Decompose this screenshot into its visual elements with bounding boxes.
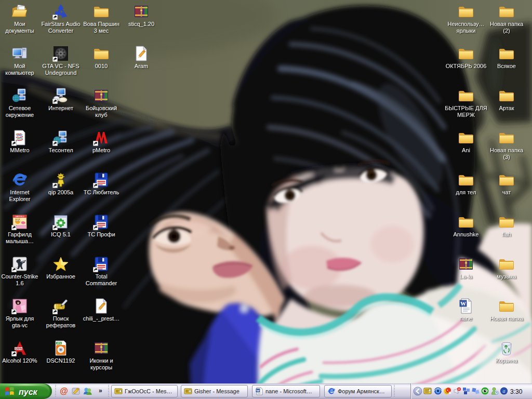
svg-text:a: a (503, 388, 506, 394)
svg-text:@: @ (60, 387, 68, 395)
svg-text:пуск: пуск (19, 388, 38, 396)
svg-text:3:30: 3:30 (510, 388, 523, 395)
svg-text:»: » (99, 387, 102, 394)
svg-text:W: W (256, 389, 260, 393)
